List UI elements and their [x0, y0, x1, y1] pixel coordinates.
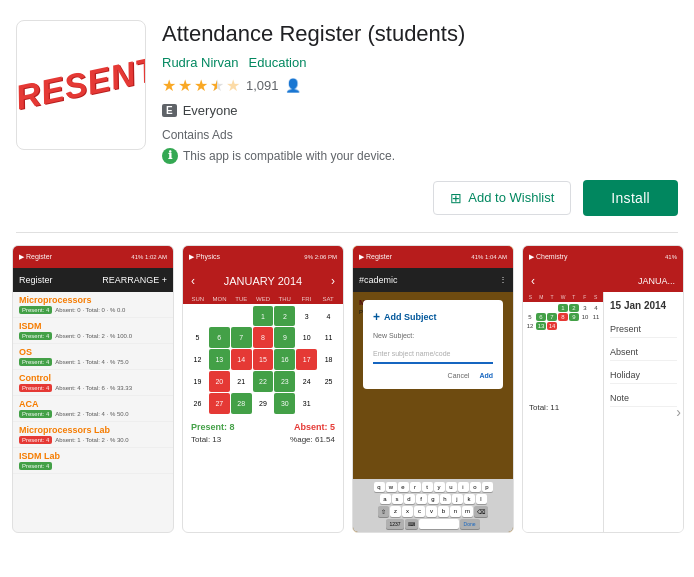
dialog-title-text: Add Subject — [384, 312, 437, 322]
key-backspace[interactable]: ⌫ — [474, 506, 488, 517]
key-u[interactable]: u — [446, 482, 457, 492]
cal-cell[interactable]: 20 — [209, 371, 230, 392]
subject-name: ISDM Lab — [19, 451, 167, 461]
key-z[interactable]: z — [390, 506, 401, 517]
app-icon: PRESENT! — [16, 20, 146, 150]
subject-stats: Present: 4 Absent: 1 · Total: 4 · % 75.0 — [19, 358, 167, 366]
list-item: OS Present: 4 Absent: 1 · Total: 4 · % 7… — [13, 344, 173, 370]
total-label: Total: 13 — [191, 435, 221, 444]
key-done[interactable]: Done — [460, 519, 480, 529]
present-badge: Present: 4 — [19, 384, 52, 392]
days-header: SUN MON TUE WED THU FRI SAT — [183, 294, 343, 304]
cal-cell[interactable]: 2 — [274, 306, 295, 327]
key-a[interactable]: a — [380, 494, 391, 504]
key-y[interactable]: y — [434, 482, 445, 492]
key-t[interactable]: t — [422, 482, 433, 492]
key-c[interactable]: c — [414, 506, 425, 517]
cal-cell[interactable]: 16 — [274, 349, 295, 370]
key-x[interactable]: x — [402, 506, 413, 517]
cal-cell[interactable]: 8 — [253, 327, 274, 348]
panel-item-note[interactable]: Note — [610, 390, 677, 407]
key-k[interactable]: k — [464, 494, 475, 504]
key-d[interactable]: d — [404, 494, 415, 504]
dialog-input-container[interactable]: Enter subject name/code — [373, 342, 493, 364]
key-g[interactable]: g — [428, 494, 439, 504]
ss3-content: Microprocessors Lab Present: 4 · Absent:… — [353, 292, 513, 532]
cal-cell[interactable]: 30 — [274, 393, 295, 414]
key-emoji[interactable]: ⌨ — [405, 519, 418, 529]
day-mon: MON — [209, 296, 231, 302]
cal-cell[interactable]: 9 — [569, 313, 579, 321]
ss3-header-label: #cademic — [359, 275, 398, 285]
cal-cell[interactable]: 7 — [547, 313, 557, 321]
key-v[interactable]: v — [426, 506, 437, 517]
key-o[interactable]: o — [470, 482, 481, 492]
key-i[interactable]: i — [458, 482, 469, 492]
key-l[interactable]: l — [476, 494, 487, 504]
key-j[interactable]: j — [452, 494, 463, 504]
action-buttons: ⊞ Add to Wishlist Install — [162, 180, 678, 216]
category-link[interactable]: Education — [249, 55, 307, 70]
star-2: ★ — [178, 76, 192, 95]
subject-stats: Present: 4 Absent: 0 · Total: 0 · % 0.0 — [19, 306, 167, 314]
cal-cell[interactable]: 1 — [253, 306, 274, 327]
cal-cell[interactable]: 22 — [253, 371, 274, 392]
ss4-prev-arrow[interactable]: ‹ — [531, 274, 535, 288]
cal-cell[interactable]: 13 — [209, 349, 230, 370]
cal-cell[interactable]: 27 — [209, 393, 230, 414]
day-label: S — [525, 294, 536, 300]
cal-cell[interactable]: 8 — [558, 313, 568, 321]
rating-row: ★ ★ ★ ★ ★ ★ 1,091 👤 — [162, 76, 678, 95]
key-r[interactable]: r — [410, 482, 421, 492]
key-w[interactable]: w — [386, 482, 397, 492]
key-numbers[interactable]: 1237 — [386, 519, 403, 529]
wishlist-button[interactable]: ⊞ Add to Wishlist — [433, 181, 571, 215]
key-n[interactable]: n — [450, 506, 461, 517]
key-s[interactable]: s — [392, 494, 403, 504]
dialog-input-placeholder: Enter subject name/code — [373, 350, 450, 357]
cal-cell[interactable]: 17 — [296, 349, 317, 370]
ss1-status-bar: ▶ Register 41% 1:02 AM — [13, 246, 173, 268]
ss4-right-panel: 15 Jan 2014 Present Absent Holiday Note … — [603, 292, 683, 532]
key-q[interactable]: q — [374, 482, 385, 492]
keyboard-row-1: q w e r t y u i o p — [355, 482, 511, 492]
ss4-right-arrow[interactable]: › — [676, 404, 681, 420]
panel-item-absent[interactable]: Absent — [610, 344, 677, 361]
developer-link[interactable]: Rudra Nirvan — [162, 55, 239, 70]
key-h[interactable]: h — [440, 494, 451, 504]
cal-cell[interactable]: 6 — [209, 327, 230, 348]
key-p[interactable]: p — [482, 482, 493, 492]
key-b[interactable]: b — [438, 506, 449, 517]
ss4-status-bar: ▶ Chemistry 41% — [523, 246, 683, 268]
key-m[interactable]: m — [462, 506, 473, 517]
cal-cell[interactable]: 2 — [569, 304, 579, 312]
cal-cell[interactable]: 6 — [536, 313, 546, 321]
subject-stats: Present: 4 Absent: 4 · Total: 6 · % 33.3… — [19, 384, 167, 392]
cal-cell[interactable]: 7 — [231, 327, 252, 348]
cal-cell[interactable]: 1 — [558, 304, 568, 312]
install-button[interactable]: Install — [583, 180, 678, 216]
star-3: ★ — [194, 76, 208, 95]
cal-cell — [209, 306, 230, 327]
key-shift[interactable]: ⇧ — [378, 506, 389, 517]
key-f[interactable]: f — [416, 494, 427, 504]
list-item: Microprocessors Lab Present: 4 Absent: 1… — [13, 422, 173, 448]
cal-cell[interactable]: 15 — [253, 349, 274, 370]
cal-cell[interactable]: 28 — [231, 393, 252, 414]
cal-cell[interactable]: 14 — [547, 322, 557, 330]
add-button[interactable]: Add — [479, 372, 493, 379]
key-space[interactable] — [419, 519, 459, 529]
cancel-button[interactable]: Cancel — [448, 372, 470, 379]
cal-cell[interactable]: 14 — [231, 349, 252, 370]
panel-item-holiday[interactable]: Holiday — [610, 367, 677, 384]
screenshot-4: ▶ Chemistry 41% ‹ JANUA... S M T W T F S — [522, 245, 684, 533]
cal-cell: 21 — [231, 371, 252, 392]
stats-label: Absent: 1 · Total: 2 · % 30.0 — [55, 437, 128, 443]
key-e[interactable]: e — [398, 482, 409, 492]
cal-cell[interactable]: 23 — [274, 371, 295, 392]
cal-cell[interactable]: 13 — [536, 322, 546, 330]
star-5: ★ — [226, 76, 240, 95]
next-month-arrow[interactable]: › — [331, 274, 335, 288]
cal-cell[interactable]: 9 — [274, 327, 295, 348]
panel-item-present[interactable]: Present — [610, 321, 677, 338]
